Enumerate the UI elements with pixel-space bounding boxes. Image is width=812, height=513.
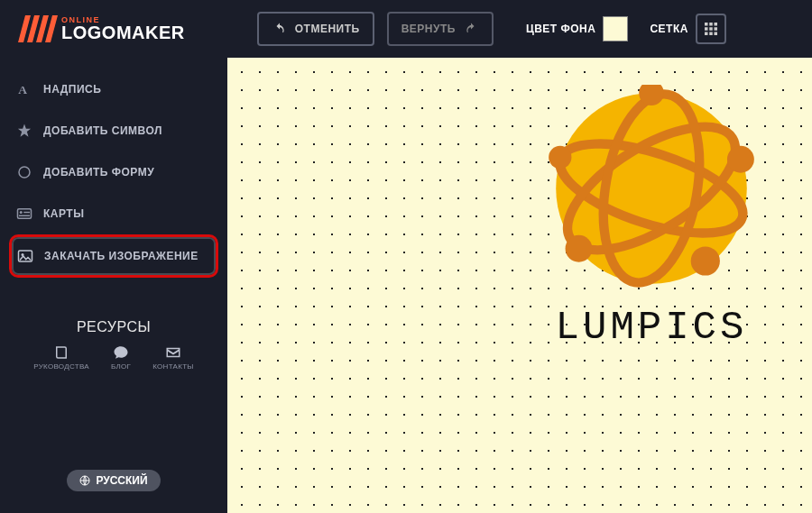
grid-toggle-button[interactable] — [696, 14, 726, 44]
language-label: РУССКИЙ — [96, 474, 147, 487]
resources-row: РУКОВОДСТВА БЛОГ КОНТАКТЫ — [9, 344, 218, 371]
star-icon — [16, 123, 32, 139]
text-icon: A — [16, 81, 32, 97]
svg-rect-0 — [705, 23, 708, 26]
svg-rect-6 — [705, 32, 708, 36]
mail-icon — [165, 344, 181, 361]
canvas-logo-text[interactable]: LUMPICS — [556, 305, 748, 350]
svg-rect-2 — [714, 23, 717, 26]
comment-icon — [113, 344, 129, 361]
svg-rect-11 — [18, 209, 32, 219]
circle-icon — [16, 164, 32, 180]
resource-label: БЛОГ — [111, 362, 131, 371]
card-icon — [16, 206, 32, 222]
svg-rect-5 — [714, 27, 717, 31]
resources-title: РЕСУРСЫ — [9, 319, 218, 335]
undo-icon — [272, 21, 288, 37]
redo-icon — [463, 21, 479, 37]
sidebar-item-cards[interactable]: КАРТЫ — [9, 193, 218, 234]
book-icon — [53, 344, 69, 361]
resource-label: РУКОВОДСТВА — [33, 362, 89, 371]
undo-button[interactable]: ОТМЕНИТЬ — [257, 12, 374, 46]
sidebar-item-label: НАДПИСЬ — [43, 83, 101, 96]
sidebar-item-symbol[interactable]: ДОБАВИТЬ СИМВОЛ — [9, 110, 218, 151]
svg-point-10 — [19, 167, 30, 178]
svg-rect-8 — [714, 32, 717, 36]
resource-guides[interactable]: РУКОВОДСТВА — [33, 344, 89, 371]
svg-point-26 — [549, 146, 571, 169]
sidebar: A НАДПИСЬ ДОБАВИТЬ СИМВОЛ ДОБАВИТЬ ФОРМУ — [0, 58, 227, 513]
sidebar-item-shape[interactable]: ДОБАВИТЬ ФОРМУ — [9, 151, 218, 193]
sidebar-item-label: ЗАКАЧАТЬ ИЗОБРАЖЕНИЕ — [44, 250, 198, 262]
svg-rect-13 — [23, 212, 30, 214]
logo-text: ONLINE LOGOMAKER — [61, 16, 185, 41]
resource-blog[interactable]: БЛОГ — [111, 344, 131, 371]
globe-icon — [79, 475, 90, 486]
resource-label: КОНТАКТЫ — [152, 362, 194, 371]
svg-rect-14 — [19, 215, 30, 217]
canvas[interactable]: LUMPICS — [227, 58, 812, 513]
sidebar-item-label: ДОБАВИТЬ СИМВОЛ — [43, 124, 162, 137]
svg-rect-3 — [705, 27, 708, 31]
grid-label: СЕТКА — [650, 23, 688, 35]
redo-label: ВЕРНУТЬ — [401, 23, 456, 35]
undo-label: ОТМЕНИТЬ — [295, 23, 360, 35]
svg-text:A: A — [18, 83, 27, 96]
canvas-artwork[interactable]: LUMPICS — [525, 85, 778, 350]
sidebar-item-text[interactable]: A НАДПИСЬ — [9, 69, 218, 110]
resource-contacts[interactable]: КОНТАКТЫ — [152, 344, 194, 371]
logo-mark-icon — [18, 15, 58, 42]
globe-logo-icon[interactable] — [548, 85, 755, 292]
svg-point-24 — [691, 246, 720, 275]
redo-button[interactable]: ВЕРНУТЬ — [387, 12, 494, 46]
image-icon — [17, 248, 33, 264]
svg-point-23 — [727, 146, 754, 173]
logo-big: LOGOMAKER — [61, 24, 185, 41]
svg-rect-7 — [709, 32, 713, 36]
svg-rect-4 — [709, 27, 713, 31]
app-logo: ONLINE LOGOMAKER — [18, 15, 185, 42]
svg-point-12 — [20, 211, 23, 214]
bg-color-label: ЦВЕТ ФОНА — [526, 23, 596, 35]
sidebar-item-label: КАРТЫ — [43, 207, 84, 220]
bg-color-swatch[interactable] — [603, 16, 628, 41]
language-selector[interactable]: РУССКИЙ — [67, 470, 160, 491]
sidebar-item-label: ДОБАВИТЬ ФОРМУ — [43, 166, 154, 179]
topbar: ONLINE LOGOMAKER ОТМЕНИТЬ ВЕРНУТЬ ЦВЕТ Ф… — [0, 0, 812, 58]
svg-point-25 — [566, 235, 593, 262]
svg-rect-1 — [709, 23, 713, 26]
sidebar-item-upload-image[interactable]: ЗАКАЧАТЬ ИЗОБРАЖЕНИЕ — [9, 234, 218, 278]
grid-icon — [705, 23, 717, 35]
